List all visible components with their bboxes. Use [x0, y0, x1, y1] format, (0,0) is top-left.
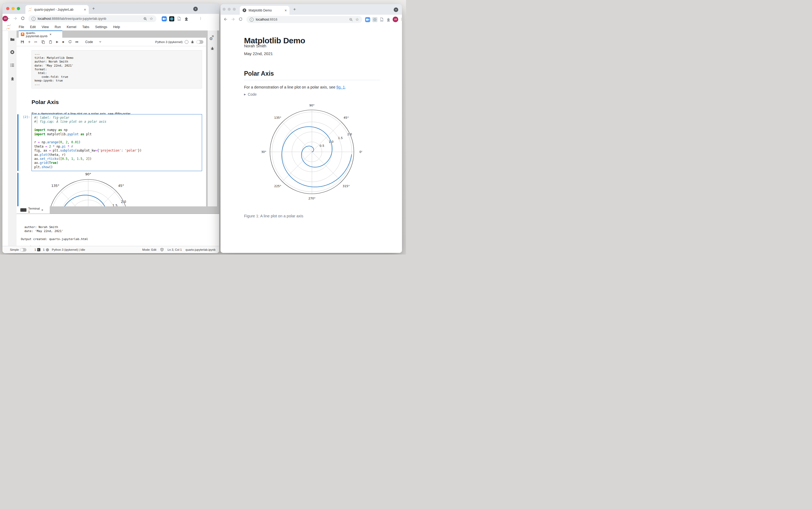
- browser-tabstrip: Matplotlib Demo × + ▾: [220, 4, 402, 15]
- copy-cells-icon[interactable]: [41, 40, 45, 44]
- kernel-count[interactable]: 1: [43, 248, 45, 251]
- extensions-puzzle-icon[interactable]: [184, 16, 189, 22]
- cut-cells-icon[interactable]: ✂: [34, 40, 37, 44]
- document-extension-icon[interactable]: [177, 16, 181, 21]
- terminal-output[interactable]: author: Norah Smith date: 'May 22nd, 202…: [16, 213, 219, 246]
- add-cell-icon[interactable]: +: [28, 40, 31, 44]
- output-collapser[interactable]: [17, 173, 19, 206]
- minimize-window-button[interactable]: [228, 8, 231, 11]
- tab-search-button[interactable]: ▾: [394, 7, 398, 12]
- extensions-puzzle-icon[interactable]: [386, 17, 391, 22]
- kernel-status-icon[interactable]: [185, 40, 188, 44]
- kernel-state[interactable]: Python 3 (ipykernel) | Idle: [52, 248, 85, 251]
- profile-avatar[interactable]: JJ: [393, 16, 398, 22]
- terminal-tab[interactable]: $_ Terminal 1 ×: [16, 206, 50, 213]
- browser-tab[interactable]: Matplotlib Demo ×: [240, 6, 289, 15]
- zoom-window-button[interactable]: [233, 8, 236, 11]
- stop-kernel-icon[interactable]: ■: [62, 40, 64, 44]
- forward-icon[interactable]: [231, 17, 235, 22]
- menu-item[interactable]: Kernel: [64, 25, 79, 29]
- tab-search-button[interactable]: ▾: [193, 7, 198, 11]
- save-icon[interactable]: [20, 40, 24, 44]
- debugger-bug-icon[interactable]: [190, 40, 194, 44]
- url-port: :6916: [269, 18, 277, 22]
- browser-menu-icon[interactable]: ⋮: [199, 16, 202, 20]
- menu-item[interactable]: Edit: [27, 25, 39, 29]
- new-tab-button[interactable]: +: [293, 7, 296, 11]
- notebook-tab[interactable]: quarto-jupyterlab.ipynb ×: [19, 31, 62, 38]
- code-cell-editor[interactable]: #| label: fig-polar#| fig.cap: A line pl…: [32, 114, 202, 171]
- reload-icon[interactable]: [238, 17, 243, 22]
- url-host: localhost: [256, 18, 269, 22]
- kernel-chip-icon: [46, 248, 49, 251]
- close-tab-icon[interactable]: ×: [285, 8, 287, 12]
- cell-type-dropdown[interactable]: Code: [85, 40, 102, 44]
- zoom-extension-icon[interactable]: [162, 16, 167, 22]
- forward-icon[interactable]: [13, 16, 17, 21]
- document-extension-icon[interactable]: [379, 17, 384, 22]
- bookmark-star-icon[interactable]: ☆: [150, 17, 153, 21]
- url-field[interactable]: i localhost:8888/lab/tree/quarto-jupyter…: [28, 15, 156, 22]
- menu-item[interactable]: Run: [52, 25, 64, 29]
- svg-text:90°: 90°: [85, 173, 91, 176]
- site-info-icon[interactable]: i: [250, 18, 254, 22]
- close-tab-icon[interactable]: ×: [84, 7, 86, 12]
- zoom-out-page-icon[interactable]: [143, 17, 147, 21]
- activity-bar: [8, 31, 16, 246]
- extension-manager-icon[interactable]: [10, 76, 15, 81]
- run-cell-icon[interactable]: ▶: [56, 40, 58, 43]
- close-terminal-icon[interactable]: ×: [41, 208, 47, 212]
- zoom-extension-icon[interactable]: [365, 17, 370, 22]
- section-paragraph: For a demonstration of a line plot on a …: [244, 85, 346, 89]
- figure-link[interactable]: fig. 1: [337, 85, 345, 89]
- simple-mode-label: Simple: [10, 248, 19, 251]
- restart-run-all-icon[interactable]: ▶▶: [76, 41, 78, 43]
- kernel-name[interactable]: Python 3 (ipykernel): [155, 40, 182, 43]
- url-field[interactable]: i localhost:6916 ☆: [246, 16, 362, 23]
- menu-item[interactable]: Tabs: [79, 25, 92, 29]
- close-window-button[interactable]: [6, 7, 9, 10]
- browser-menu-icon[interactable]: ⋮: [399, 17, 402, 21]
- new-tab-button[interactable]: +: [92, 7, 95, 10]
- bookmark-star-icon[interactable]: ☆: [355, 18, 359, 22]
- back-icon[interactable]: [223, 17, 228, 22]
- site-info-icon[interactable]: i: [32, 17, 36, 21]
- menu-item[interactable]: File: [16, 25, 27, 29]
- debugger-sidebar-bug-icon[interactable]: [210, 46, 214, 50]
- page-favicon: [242, 8, 246, 12]
- running-kernels-icon[interactable]: [10, 50, 15, 55]
- notebook-scroll-area[interactable]: ---title: Matplotlib Demoauthor: Norah S…: [16, 46, 206, 206]
- profile-avatar[interactable]: JJ: [2, 16, 8, 22]
- svg-text:135°: 135°: [274, 116, 281, 120]
- cell-collapser[interactable]: [17, 114, 19, 171]
- paste-cells-icon[interactable]: [49, 40, 52, 44]
- close-window-button[interactable]: [223, 8, 225, 11]
- react-devtools-extension-icon[interactable]: [169, 16, 174, 22]
- cursor-position[interactable]: Ln 3, Col 1: [168, 248, 182, 251]
- table-of-contents-icon[interactable]: [10, 63, 15, 68]
- svg-text:180°: 180°: [262, 150, 266, 154]
- zoom-out-page-icon[interactable]: [349, 18, 353, 22]
- reload-icon[interactable]: [21, 16, 25, 21]
- code-fold-summary[interactable]: ▶Code: [244, 92, 257, 97]
- jupyterlab-logo: [6, 24, 11, 30]
- menu-item[interactable]: Help: [110, 25, 123, 29]
- file-browser-icon[interactable]: [10, 37, 15, 42]
- browser-tab[interactable]: quarto-jupyterl - JupyterLab ×: [25, 5, 89, 14]
- close-notebook-icon[interactable]: ×: [50, 33, 60, 36]
- trust-shield-icon[interactable]: [160, 248, 164, 251]
- svg-text:0°: 0°: [359, 150, 362, 154]
- minimize-window-button[interactable]: [11, 7, 15, 10]
- property-inspector-gears-icon[interactable]: ⚙⚙: [209, 36, 213, 41]
- simple-mode-toggle[interactable]: [20, 248, 27, 251]
- menu-item[interactable]: Settings: [92, 25, 110, 29]
- svg-text:0.5: 0.5: [320, 144, 324, 147]
- menu-item[interactable]: View: [39, 25, 52, 29]
- notebook-mode[interactable]: Mode: Edit: [142, 248, 156, 251]
- react-devtools-extension-icon[interactable]: [372, 17, 378, 22]
- yaml-raw-cell[interactable]: ---title: Matplotlib Demoauthor: Norah S…: [32, 50, 202, 89]
- terminal-count[interactable]: 1: [34, 248, 36, 251]
- debugger-toggle[interactable]: [197, 40, 203, 44]
- restart-kernel-icon[interactable]: [68, 40, 72, 44]
- zoom-window-button[interactable]: [17, 7, 20, 10]
